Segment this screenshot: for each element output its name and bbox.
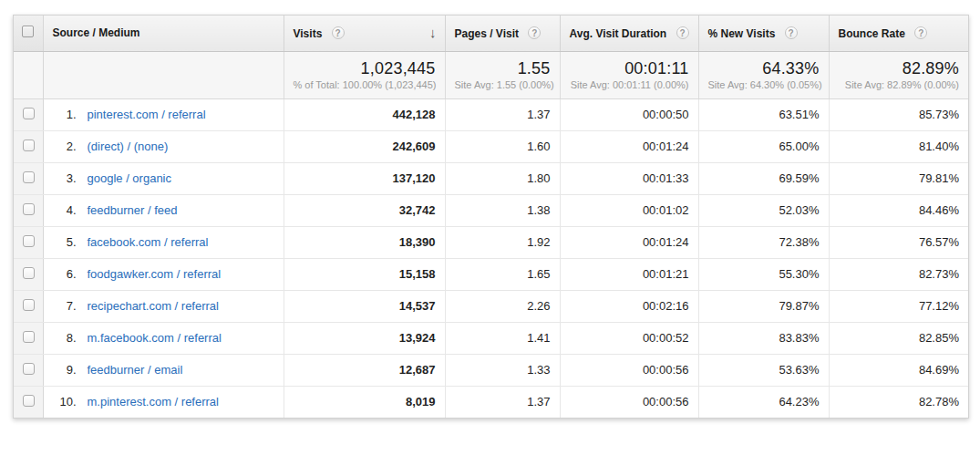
source-medium-cell: 6.foodgawker.com / referral — [43, 258, 284, 290]
row-checkbox[interactable] — [23, 267, 35, 279]
pages-per-visit-cell: 1.33 — [445, 354, 560, 386]
help-icon[interactable]: ? — [785, 26, 798, 39]
table-row: 6.foodgawker.com / referral15,1581.6500:… — [14, 258, 968, 290]
help-icon[interactable]: ? — [332, 26, 345, 39]
select-all-checkbox[interactable] — [22, 26, 34, 37]
row-checkbox[interactable] — [23, 108, 35, 119]
bounce-rate-cell: 85.73% — [829, 98, 968, 130]
source-medium-cell: 7.recipechart.com / referral — [43, 290, 284, 322]
row-checkbox-cell — [14, 98, 43, 130]
total-visits-value: 1,023,445 — [294, 59, 436, 78]
totals-checkbox-cell — [14, 51, 43, 98]
total-duration-note: Site Avg: 00:01:11 (0.00%) — [570, 79, 689, 90]
column-header-new-visits[interactable]: % New Visits ? — [698, 16, 829, 51]
row-rank: 9. — [53, 363, 77, 377]
select-all-cell — [14, 16, 43, 51]
bounce-rate-cell: 82.78% — [829, 386, 968, 418]
pages-per-visit-cell: 1.41 — [445, 322, 560, 354]
avg-duration-cell: 00:00:56 — [560, 354, 698, 386]
table-row: 4.feedburner / feed32,7421.3800:01:0252.… — [14, 194, 968, 226]
avg-duration-cell: 00:01:24 — [560, 226, 698, 258]
source-medium-cell: 4.feedburner / feed — [43, 194, 284, 226]
row-checkbox[interactable] — [23, 363, 35, 375]
visits-cell: 242,609 — [284, 130, 445, 162]
source-medium-link[interactable]: google / organic — [88, 171, 172, 185]
analytics-table-screenshot: Source / Medium Visits ? ↓ Pages / Visit… — [13, 15, 969, 419]
source-medium-link[interactable]: m.pinterest.com / referral — [88, 395, 220, 408]
source-medium-link[interactable]: (direct) / (none) — [88, 140, 169, 153]
visits-cell: 442,128 — [284, 98, 445, 130]
row-rank: 7. — [53, 299, 77, 313]
avg-duration-cell: 00:00:52 — [560, 322, 698, 354]
source-medium-link[interactable]: facebook.com / referral — [88, 235, 209, 249]
visits-cell: 137,120 — [284, 162, 445, 194]
row-checkbox[interactable] — [23, 203, 35, 215]
help-icon[interactable]: ? — [676, 26, 689, 39]
row-checkbox[interactable] — [23, 395, 35, 407]
column-label: Avg. Visit Duration — [570, 27, 667, 40]
totals-source-cell — [43, 51, 284, 98]
row-checkbox-cell — [14, 258, 43, 290]
column-header-avg-visit-duration[interactable]: Avg. Visit Duration ? — [560, 16, 698, 51]
visits-cell: 14,537 — [284, 290, 445, 322]
avg-duration-cell: 00:01:21 — [560, 258, 698, 290]
new-visits-cell: 53.63% — [698, 354, 829, 386]
new-visits-cell: 52.03% — [698, 194, 829, 226]
column-label: Visits — [294, 27, 323, 40]
source-medium-link[interactable]: foodgawker.com / referral — [88, 267, 222, 281]
row-checkbox[interactable] — [23, 235, 35, 247]
column-header-source-medium[interactable]: Source / Medium — [43, 16, 284, 51]
table-row: 8.m.facebook.com / referral13,9241.4100:… — [14, 322, 968, 354]
total-duration-value: 00:01:11 — [570, 59, 689, 78]
column-header-visits[interactable]: Visits ? ↓ — [284, 16, 445, 51]
total-visits-note: % of Total: 100.00% (1,023,445) — [294, 79, 436, 90]
column-header-bounce-rate[interactable]: Bounce Rate ? — [829, 16, 968, 51]
sort-desc-icon[interactable]: ↓ — [429, 25, 437, 40]
source-medium-cell: 5.facebook.com / referral — [43, 226, 284, 258]
total-pages-value: 1.55 — [455, 59, 551, 78]
pages-per-visit-cell: 1.92 — [445, 226, 560, 258]
new-visits-cell: 55.30% — [698, 258, 829, 290]
column-header-pages-per-visit[interactable]: Pages / Visit ? — [445, 16, 560, 51]
visits-cell: 13,924 — [284, 322, 445, 354]
help-icon[interactable]: ? — [528, 26, 541, 39]
column-label: % New Visits — [708, 27, 776, 40]
source-medium-link[interactable]: feedburner / feed — [88, 203, 178, 217]
bounce-rate-cell: 82.73% — [829, 258, 968, 290]
row-checkbox-cell — [14, 130, 43, 162]
totals-duration-cell: 00:01:11 Site Avg: 00:01:11 (0.00%) — [560, 51, 698, 98]
row-checkbox[interactable] — [23, 299, 35, 311]
totals-new-visits-cell: 64.33% Site Avg: 64.30% (0.05%) — [698, 51, 829, 98]
column-label: Pages / Visit — [455, 27, 519, 40]
source-medium-link[interactable]: recipechart.com / referral — [88, 299, 220, 313]
new-visits-cell: 83.83% — [698, 322, 829, 354]
visits-cell: 12,687 — [284, 354, 445, 386]
avg-duration-cell: 00:01:33 — [560, 162, 698, 194]
new-visits-cell: 65.00% — [698, 130, 829, 162]
avg-duration-cell: 00:01:24 — [560, 130, 698, 162]
source-medium-link[interactable]: pinterest.com / referral — [88, 108, 206, 121]
avg-duration-cell: 00:01:02 — [560, 194, 698, 226]
traffic-sources-table: Source / Medium Visits ? ↓ Pages / Visit… — [14, 16, 968, 418]
new-visits-cell: 79.87% — [698, 290, 829, 322]
source-medium-cell: 2.(direct) / (none) — [43, 130, 284, 162]
row-checkbox[interactable] — [23, 171, 35, 183]
new-visits-cell: 64.23% — [698, 386, 829, 418]
row-checkbox-cell — [14, 354, 43, 386]
table-row: 5.facebook.com / referral18,3901.9200:01… — [14, 226, 968, 258]
source-medium-link[interactable]: feedburner / email — [88, 363, 183, 377]
row-checkbox-cell — [14, 194, 43, 226]
total-pages-note: Site Avg: 1.55 (0.00%) — [455, 79, 551, 90]
bounce-rate-cell: 84.46% — [829, 194, 968, 226]
row-checkbox[interactable] — [23, 331, 35, 343]
row-checkbox-cell — [14, 226, 43, 258]
row-rank: 6. — [53, 267, 77, 281]
row-checkbox[interactable] — [23, 140, 35, 151]
avg-duration-cell: 00:00:50 — [560, 98, 698, 130]
visits-cell: 18,390 — [284, 226, 445, 258]
source-medium-link[interactable]: m.facebook.com / referral — [88, 331, 222, 345]
source-medium-cell: 3.google / organic — [43, 162, 284, 194]
pages-per-visit-cell: 2.26 — [445, 290, 560, 322]
help-icon[interactable]: ? — [914, 26, 927, 39]
totals-pages-cell: 1.55 Site Avg: 1.55 (0.00%) — [445, 51, 560, 98]
